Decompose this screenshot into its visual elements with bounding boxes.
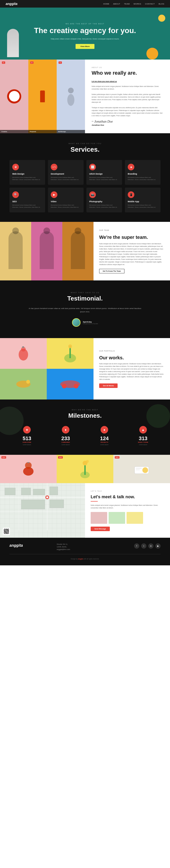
person-1-body bbox=[8, 231, 23, 269]
service-uiux-title: UI/UX Design bbox=[89, 173, 119, 175]
testimonial-author: Xpertroby Entrepreneur & Founder bbox=[19, 318, 151, 327]
nav-logo: anggita bbox=[6, 2, 18, 6]
hero-cta-button[interactable]: View More bbox=[75, 44, 94, 49]
milestone-3-number: 124 bbox=[87, 435, 122, 441]
work-item-2 bbox=[47, 338, 94, 369]
services-section: What We Can Do For You Services. 🖥 Web D… bbox=[0, 133, 170, 222]
service-branding-desc: Elementum luctus tristique libero sed bi… bbox=[128, 177, 158, 181]
svg-point-14 bbox=[25, 462, 32, 469]
linkedin-icon[interactable]: in bbox=[148, 544, 154, 549]
who-image-1: Creative. 01 bbox=[0, 60, 28, 133]
who-text-area: About Us Who we really are. Let me show … bbox=[85, 60, 170, 133]
mobile-icon: 📱 bbox=[128, 191, 134, 198]
work-item-1 bbox=[0, 338, 47, 369]
clock-face bbox=[9, 91, 20, 101]
service-uiux-desc: Elementum luctus tristique libero sed bi… bbox=[89, 177, 119, 181]
milestone-2-sub: Lorem Ipsum bbox=[48, 444, 83, 445]
service-web-design-title: Web Design bbox=[12, 173, 42, 175]
avatar-info: Xpertroby Entrepreneur & Founder bbox=[83, 321, 98, 324]
facebook-icon[interactable]: f bbox=[134, 544, 139, 549]
work-visual-3 bbox=[15, 377, 32, 391]
nav-blog[interactable]: Blog bbox=[159, 3, 164, 5]
svg-rect-4 bbox=[22, 346, 24, 348]
thumb-3 bbox=[127, 512, 143, 524]
branding-icon: ◈ bbox=[128, 164, 134, 170]
milestone-1-icon: ★ bbox=[23, 426, 31, 434]
testimonial-section: What They Said To Us Testimonial. In hac… bbox=[0, 280, 170, 338]
who-title: Who we really are. bbox=[92, 70, 163, 76]
contact-cta-button[interactable]: Send Message bbox=[91, 527, 110, 531]
hero-decoration-bottle bbox=[7, 29, 19, 57]
service-seo-title: SEO bbox=[12, 200, 42, 203]
footer-address: Shunter Str 11, 12345, Berlin, anggita@f… bbox=[57, 544, 87, 550]
hero-subtitle: Vitaly amet, inittam ornare volutpat in … bbox=[50, 37, 119, 40]
drink-visual bbox=[28, 60, 57, 133]
figurine-visual bbox=[57, 60, 85, 133]
milestone-1-number: 513 bbox=[9, 435, 44, 441]
person-3-head bbox=[75, 227, 81, 234]
milestone-4-label: MAKE IT DONE bbox=[126, 441, 161, 443]
gallery-visual-2 bbox=[79, 460, 91, 478]
service-photography-desc: Elementum luctus tristique libero sed bi… bbox=[89, 204, 119, 209]
person-2-head bbox=[43, 227, 50, 234]
footer-addr-2[interactable]: 12345, Berlin, bbox=[57, 546, 87, 548]
nav-about[interactable]: About bbox=[113, 3, 120, 5]
service-seo-desc: Elementum luctus tristique libero sed bi… bbox=[12, 204, 42, 209]
gallery-item-2: NEW bbox=[57, 455, 113, 483]
nav-contact[interactable]: Contact bbox=[145, 3, 155, 5]
footer-top: anggita Shunter Str 11, 12345, Berlin, a… bbox=[9, 544, 161, 554]
svg-point-19 bbox=[86, 460, 89, 463]
twitter-icon[interactable]: t bbox=[141, 544, 146, 549]
qr-pattern bbox=[4, 529, 9, 534]
who-image-3-label: HerStrange. bbox=[57, 130, 85, 133]
svg-rect-23 bbox=[136, 469, 140, 470]
team-cta-button[interactable]: Get To Know The Team bbox=[99, 269, 125, 273]
milestone-4-icon: ▲ bbox=[139, 426, 147, 434]
services-grid: 🖥 Web Design Elementum luctus tristique … bbox=[9, 160, 161, 212]
nav-home[interactable]: Home bbox=[103, 3, 109, 5]
contact-gallery-thumbs bbox=[91, 512, 164, 524]
contact-body: Nulla volutpat sed at amet congue placer… bbox=[91, 504, 164, 509]
bottle-icon bbox=[40, 91, 45, 102]
milestone-2: ♦ 233 COMPANIES Lorem Ipsum bbox=[48, 426, 83, 445]
works-cta-button[interactable]: See All Works bbox=[99, 383, 117, 388]
milestones-grid: ★ 513 DONE DONE Lorem Ipsum ♦ 233 COMPAN… bbox=[9, 426, 161, 445]
who-underline-link[interactable]: Let me show you more about us bbox=[92, 81, 117, 82]
avatar-role: Entrepreneur & Founder bbox=[83, 323, 98, 324]
thumb-2 bbox=[109, 512, 125, 524]
svg-rect-32 bbox=[49, 500, 64, 508]
milestones-eyebrow: Why We're The Best bbox=[9, 409, 161, 411]
service-branding-title: Branding bbox=[128, 173, 158, 175]
who-image-3: HerStrange. 03 bbox=[57, 60, 85, 133]
gallery-badge-2: NEW bbox=[58, 456, 63, 459]
svg-point-35 bbox=[46, 496, 48, 498]
hero-decoration-orange bbox=[146, 48, 158, 60]
milestone-4: ▲ 313 MAKE IT DONE Lorem Ipsum bbox=[126, 426, 161, 445]
nav-team[interactable]: Team bbox=[124, 3, 130, 5]
service-web-design: 🖥 Web Design Elementum luctus tristique … bbox=[9, 160, 45, 185]
who-image-3-badge: 03 bbox=[59, 61, 62, 64]
milestone-3: ● 124 PROJECTS Lorem Ipsum bbox=[87, 426, 122, 445]
service-uiux: ⬜ UI/UX Design Elementum luctus tristiqu… bbox=[87, 160, 122, 185]
footer-addr-1[interactable]: Shunter Str 11, bbox=[57, 544, 87, 545]
contact-section: Let's Talk Let's meet & talk now. Nulla … bbox=[0, 483, 170, 538]
footer-logo-area: anggita bbox=[9, 544, 47, 548]
services-eyebrow: What We Can Do For You bbox=[9, 143, 161, 144]
person-1-head bbox=[12, 227, 19, 234]
milestone-1-sub: Lorem Ipsum bbox=[9, 444, 44, 445]
person-3-silhouette bbox=[62, 222, 94, 269]
who-body-1: Nulla volutpat sed at amet congue placer… bbox=[92, 85, 163, 90]
youtube-icon[interactable]: ▶ bbox=[156, 544, 161, 549]
who-image-1-label: Creative. bbox=[0, 130, 28, 133]
gallery-visual-3 bbox=[132, 462, 151, 476]
works-gallery bbox=[0, 338, 94, 400]
map-roads-svg bbox=[0, 483, 85, 538]
team-images bbox=[0, 222, 94, 280]
person-2-silhouette bbox=[31, 222, 62, 269]
footer-email[interactable]: anggita@firm.com bbox=[57, 549, 87, 550]
thumb-1 bbox=[91, 512, 107, 524]
who-image-2-badge: 02 bbox=[30, 61, 34, 64]
nav-works[interactable]: Works bbox=[133, 3, 141, 5]
gallery-strip: NEW NEW NEW bbox=[0, 455, 170, 483]
clock-icon bbox=[7, 89, 21, 103]
